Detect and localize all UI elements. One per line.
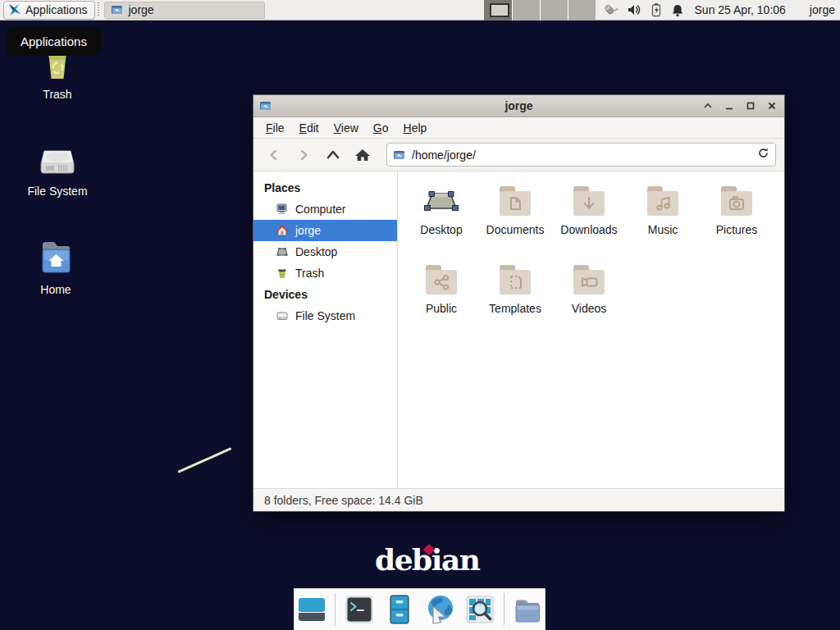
desktop-icon-label: Home	[7, 283, 105, 296]
directory-menu-button[interactable]	[511, 592, 545, 627]
taskbar-window-label: jorge	[129, 3, 154, 16]
notifications-bell-icon[interactable]	[671, 3, 684, 17]
menu-file[interactable]: File	[258, 119, 292, 137]
workspace-1[interactable]	[484, 0, 512, 21]
taskbar-window-button[interactable]: jorge	[104, 2, 265, 19]
workspace-switcher	[484, 0, 596, 21]
menubar: File Edit View Go Help	[253, 117, 784, 139]
file-item-label: Public	[404, 302, 478, 315]
menu-edit[interactable]: Edit	[292, 119, 326, 137]
top-panel: Applications jorge	[0, 0, 840, 21]
home-button[interactable]	[350, 143, 375, 167]
applications-tooltip: Applications	[7, 27, 101, 56]
desktop-annotation-line	[177, 447, 231, 473]
xfce-menu-icon	[8, 3, 21, 16]
volume-icon[interactable]	[627, 3, 641, 16]
open-folder-icon	[111, 3, 124, 16]
sidebar-item-label: Computer	[295, 203, 345, 216]
close-button[interactable]	[765, 98, 779, 113]
file-item-label: Templates	[478, 302, 552, 315]
sidebar-item-label: jorge	[295, 224, 321, 237]
workspace-4[interactable]	[568, 0, 596, 21]
desktop-icon-home[interactable]: Home	[7, 238, 105, 296]
mouse-device-icon[interactable]	[601, 2, 618, 17]
desktop-icon-file-system[interactable]: File System	[8, 139, 107, 198]
sidebar-item-label: File System	[295, 309, 355, 322]
workspace-2[interactable]	[512, 0, 540, 21]
panel-clock[interactable]: Sun 25 Apr, 10:06	[695, 3, 786, 16]
applications-menu-label: Applications	[25, 3, 88, 16]
panel-handle[interactable]	[97, 2, 103, 17]
computer-icon	[276, 203, 289, 216]
minimize-button[interactable]	[722, 98, 737, 113]
desktop-folder-icon	[421, 181, 462, 221]
dock-separator	[335, 593, 336, 626]
trash-icon	[276, 267, 289, 280]
menu-view[interactable]: View	[326, 119, 366, 137]
file-item-desktop[interactable]: Desktop	[404, 181, 478, 260]
terminal-launcher[interactable]	[342, 592, 376, 627]
debian-logo: debian	[375, 541, 479, 578]
applications-menu-button[interactable]: Applications	[3, 1, 95, 20]
forward-button[interactable]	[291, 143, 316, 167]
app-finder-launcher[interactable]	[463, 592, 497, 627]
file-item-videos[interactable]: Videos	[552, 260, 626, 339]
sidebar-item-label: Desktop	[295, 245, 337, 258]
file-manager-window: jorge File Edit View Go Help	[253, 94, 785, 512]
back-button[interactable]	[262, 143, 286, 167]
web-browser-launcher[interactable]	[423, 592, 457, 627]
home-icon	[276, 224, 289, 237]
pictures-folder-icon	[716, 181, 757, 221]
web-browser-icon	[423, 593, 456, 626]
sidebar-item-jorge[interactable]: jorge	[253, 220, 397, 241]
menu-help[interactable]: Help	[396, 119, 435, 137]
sidebar-item-computer[interactable]: Computer	[253, 199, 397, 220]
path-input[interactable]: /home/jorge/	[412, 148, 751, 162]
app-finder-icon	[463, 593, 496, 626]
sidebar-item-file-system[interactable]: File System	[253, 305, 397, 326]
shade-button[interactable]	[701, 98, 715, 113]
desktop-icon-label: Trash	[8, 88, 107, 101]
file-item-music[interactable]: Music	[626, 181, 700, 260]
hard-drive-icon	[276, 309, 289, 322]
file-item-downloads[interactable]: Downloads	[552, 181, 626, 260]
dock-separator	[504, 593, 504, 626]
up-button[interactable]	[321, 143, 345, 167]
sidebar-item-desktop[interactable]: Desktop	[253, 241, 397, 262]
window-titlebar[interactable]: jorge	[253, 95, 784, 117]
sidebar-item-trash[interactable]: Trash	[253, 262, 397, 284]
path-bar[interactable]: /home/jorge/	[386, 143, 776, 167]
path-folder-icon	[393, 148, 406, 162]
panel-username[interactable]: jorge	[810, 3, 835, 16]
hard-drive-icon	[36, 139, 79, 180]
file-item-label: Desktop	[404, 223, 478, 236]
public-folder-icon	[421, 260, 462, 299]
sidebar-header-places: Places	[253, 177, 397, 199]
battery-icon[interactable]	[651, 2, 662, 17]
sidebar-header-devices: Devices	[253, 284, 397, 305]
file-item-documents[interactable]: Documents	[478, 181, 552, 260]
file-item-label: Downloads	[552, 223, 626, 236]
menu-go[interactable]: Go	[366, 119, 396, 137]
desktop-icon-label: File System	[8, 185, 107, 198]
file-manager-launcher[interactable]	[382, 592, 416, 627]
file-item-pictures[interactable]: Pictures	[700, 181, 774, 260]
home-folder-icon	[34, 238, 77, 279]
terminal-icon	[343, 593, 376, 626]
statusbar: 8 folders, Free space: 14.4 GiB	[253, 488, 784, 511]
music-folder-icon	[642, 181, 683, 221]
file-grid: Desktop Documents	[398, 171, 784, 339]
videos-folder-icon	[568, 260, 609, 299]
file-view[interactable]: Desktop Documents	[398, 171, 784, 488]
file-item-public[interactable]: Public	[404, 260, 478, 339]
sidebar-item-label: Trash	[295, 267, 324, 280]
workspace-3[interactable]	[540, 0, 568, 21]
file-item-label: Pictures	[700, 223, 774, 236]
show-desktop-button[interactable]	[294, 592, 328, 627]
maximize-button[interactable]	[743, 98, 758, 113]
reload-button[interactable]	[757, 147, 769, 162]
file-item-templates[interactable]: Templates	[478, 260, 552, 339]
file-cabinet-icon	[383, 593, 416, 626]
workspace-window-preview	[490, 3, 509, 17]
documents-folder-icon	[495, 181, 536, 221]
